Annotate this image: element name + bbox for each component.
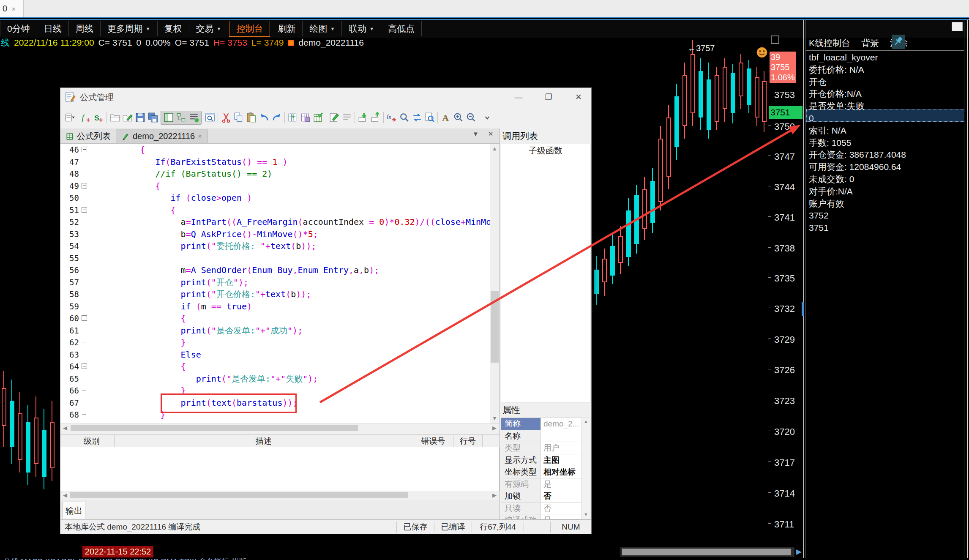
fold-column[interactable] (79, 204, 90, 216)
scroll-right-icon[interactable]: ▶ (491, 425, 498, 431)
scroll-left-icon[interactable]: ◀ (61, 425, 69, 431)
code-line[interactable]: 52 a=IntPart((A_FreeMargin(accountIndex … (60, 216, 490, 228)
import-arrow-icon[interactable] (357, 112, 368, 123)
fx-jump-icon[interactable]: fx (386, 112, 397, 123)
close-button[interactable]: ✕ (568, 90, 589, 104)
find-in-files-icon[interactable] (424, 112, 435, 123)
console-line[interactable]: 手数: 1055 (809, 137, 851, 149)
scroll-left-icon[interactable]: ◀ (61, 492, 69, 498)
code-line[interactable]: 51 { (60, 204, 490, 216)
error-column-header[interactable]: 描述 (115, 435, 413, 447)
console-line[interactable]: tbf_loacal_kyover (809, 52, 878, 63)
tab-close-icon[interactable]: ✕ (488, 130, 494, 138)
console-line[interactable]: 可用资金: 12084960.64 (809, 161, 901, 173)
property-row-编译成功[interactable]: 编译成功是 (501, 514, 590, 519)
call-list-column-header[interactable]: 子级函数 (501, 144, 590, 157)
property-row-类型[interactable]: 类型用户 (501, 442, 590, 454)
console-line[interactable]: 开仓 (809, 76, 827, 88)
fold-box-icon[interactable] (82, 363, 87, 369)
fold-column[interactable] (79, 144, 90, 156)
code-line[interactable]: 59 if (m == true) (60, 300, 490, 313)
scrollbar-thumb[interactable] (622, 549, 791, 555)
preview-window-icon[interactable] (204, 112, 216, 123)
fold-column[interactable] (79, 361, 90, 373)
grid-check-icon[interactable] (312, 112, 324, 123)
fold-box-icon[interactable] (82, 183, 87, 188)
scroll-right-icon[interactable]: ▶ (796, 547, 802, 556)
console-line[interactable]: 3752 (809, 210, 829, 221)
console-line[interactable]: 索引: N/A (809, 125, 846, 137)
console-line[interactable]: 未成交数: 0 (809, 173, 854, 185)
console-line[interactable]: 0 (809, 112, 814, 124)
code-line[interactable]: 50 if (close>open ) (60, 192, 490, 204)
console-line[interactable]: 开仓资金: 3867187.4048 (809, 149, 906, 161)
open-folder-icon[interactable] (109, 112, 120, 123)
scroll-down-icon[interactable]: ▼ (581, 512, 591, 517)
view-tree-icon[interactable] (175, 112, 187, 123)
edit-pencil-icon[interactable] (328, 112, 340, 123)
minimize-button[interactable]: — (508, 90, 529, 104)
splitter-handle[interactable] (802, 302, 804, 316)
folder-edit-icon[interactable] (122, 112, 133, 123)
error-column-header[interactable] (60, 435, 69, 447)
add-system-icon[interactable]: S+ (93, 112, 104, 123)
console-line[interactable]: 3751 (809, 222, 829, 234)
scrollbar-thumb[interactable] (491, 291, 499, 363)
find-icon[interactable] (399, 112, 410, 123)
grid-blue-icon[interactable] (287, 112, 298, 123)
scroll-up-icon[interactable]: ▲ (581, 419, 591, 424)
code-line[interactable]: 58 print("开仓价格:"+text(b)); (60, 288, 490, 300)
view-list-icon[interactable] (188, 112, 199, 123)
cut-icon[interactable] (220, 112, 232, 123)
code-line[interactable]: 55 (60, 252, 490, 265)
console-line[interactable]: 委托价格: N/A (809, 64, 864, 76)
property-row-坐标类型[interactable]: 坐标类型相对坐标 (501, 466, 590, 478)
output-tab[interactable]: 输出 (63, 502, 85, 519)
font-a-icon[interactable]: A (440, 112, 451, 123)
property-row-有源码[interactable]: 有源码是 (501, 478, 590, 491)
property-row-加锁[interactable]: 加锁否 (501, 490, 590, 503)
tab-close-icon[interactable]: × (198, 133, 202, 140)
vertical-scrollbar[interactable]: ▲ ▼ (581, 418, 590, 519)
code-line[interactable]: 46 { (60, 144, 490, 156)
code-line[interactable]: 47 If(BarExistStatus() == 1 ) (60, 156, 490, 168)
code-line[interactable]: 60 { (60, 312, 490, 325)
code-line[interactable]: 56 m=A_SendOrder(Enum_Buy,Enum_Entry,a,b… (60, 264, 490, 276)
paste-icon[interactable] (246, 112, 257, 123)
scroll-down-icon[interactable]: ▼ (490, 415, 500, 421)
code-line[interactable]: 48 //if (BarStatus() == 2) (60, 168, 490, 180)
chevron-down-icon[interactable] (481, 112, 493, 123)
save-all-icon[interactable] (147, 112, 158, 123)
zoom-out-icon[interactable] (465, 112, 477, 123)
code-editor[interactable]: 46 {47 If(BarExistStatus() == 1 )48 //if… (60, 144, 490, 423)
add-function-icon[interactable]: f+ (80, 112, 92, 123)
error-column-header[interactable]: 行号 (453, 435, 483, 447)
property-row-只读[interactable]: 只读否 (501, 503, 590, 515)
code-line[interactable]: 65 print("是否发单:"+"失败"); (60, 373, 490, 385)
code-line[interactable]: 49 { (60, 180, 490, 192)
console-line[interactable]: 对手价:N/A (809, 186, 853, 197)
console-line[interactable]: 开仓价格:N/A (809, 88, 862, 100)
view-panel-icon[interactable] (163, 112, 174, 123)
console-line[interactable]: 账户有效 (809, 198, 844, 210)
zoom-in-icon[interactable] (453, 112, 464, 123)
editor-tab-公式列表[interactable]: 公式列表 (60, 129, 116, 143)
fold-column[interactable] (79, 180, 90, 192)
fold-box-icon[interactable] (82, 315, 87, 321)
panel-splitter[interactable] (803, 20, 804, 558)
vertical-scrollbar[interactable] (490, 144, 500, 423)
axis-checkbox[interactable] (771, 36, 779, 44)
console-line[interactable]: 是否发单:失败 (809, 100, 865, 112)
maximize-button[interactable]: ❐ (538, 90, 559, 104)
code-line[interactable]: 54 print("委托价格: "+text(b)); (60, 240, 490, 252)
code-line[interactable]: 64 { (60, 361, 490, 373)
fold-box-icon[interactable] (82, 147, 87, 152)
property-row-简称[interactable]: 简称demo_2... (501, 418, 590, 430)
code-line[interactable]: 57 print("开仓"); (60, 276, 490, 289)
code-line[interactable]: 61 print("是否发单:"+"成功"); (60, 325, 490, 337)
error-column-header[interactable]: 级别 (69, 435, 115, 447)
new-dropdown-icon[interactable] (64, 112, 76, 123)
scrollbar-thumb[interactable] (71, 425, 358, 431)
fold-column[interactable] (79, 312, 90, 325)
export-arrow-icon[interactable] (370, 112, 381, 123)
